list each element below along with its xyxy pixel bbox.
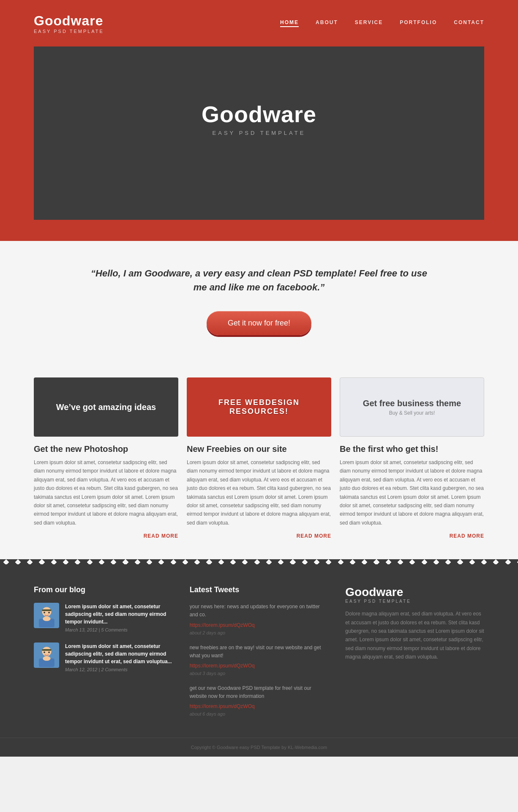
nav-service[interactable]: SERVICE xyxy=(355,19,383,27)
tweet-3: get our new Goodware PSD template for fr… xyxy=(190,684,329,716)
main-nav: HOME ABOUT SERVICE PORTFOLIO CONTACT xyxy=(280,19,484,27)
card-3-heading: Be the first who get this! xyxy=(340,444,484,454)
tweet-3-link[interactable]: https://lorem.ipsum/dQzWOq xyxy=(190,703,255,709)
nav-home[interactable]: HOME xyxy=(280,19,299,27)
card-2-body: Lorem ipsum dolor sit amet, consetetur s… xyxy=(187,458,331,527)
blog-avatar-1 xyxy=(34,603,59,628)
logo: Goodware EASY PSD TEMPLATE xyxy=(34,13,104,34)
hero-title: Goodware xyxy=(202,101,316,127)
tweet-1: your news here: news and updates for eve… xyxy=(190,603,329,635)
footer-tweets-col: Latest Tweets your news here: news and u… xyxy=(190,585,329,725)
card-3-image: Get free business theme Buy & Sell your … xyxy=(340,377,484,437)
card-3-image-title: Get free business theme xyxy=(363,399,461,408)
copyright-text: Copyright © Goodware easy PSD Template b… xyxy=(191,745,327,750)
blog-text-2: Lorem ipsum dolor sit amet, consetetur s… xyxy=(65,642,173,672)
card-1-image-title: We’ve got amazing ideas xyxy=(48,393,164,421)
copyright: Copyright © Goodware easy PSD Template b… xyxy=(0,738,518,757)
cards-section: We’ve got amazing ideas Get the new Phot… xyxy=(0,377,518,564)
hero-extension xyxy=(34,190,484,220)
footer-logo-name: Goodware xyxy=(345,585,484,599)
tweet-3-time: about 6 days ago xyxy=(190,711,329,716)
logo-name: Goodware xyxy=(34,13,104,29)
card-2-read-more[interactable]: READ MORE xyxy=(187,533,331,539)
footer-tweets-title: Latest Tweets xyxy=(190,585,329,594)
card-2-heading: New Freebies on our site xyxy=(187,444,331,454)
blog-item-2: Lorem ipsum dolor sit amet, consetetur s… xyxy=(34,642,173,672)
card-3-image-sub: Buy & Sell your arts! xyxy=(389,410,435,416)
blog-text-1: Lorem ipsum dolor sit amet, consetetur s… xyxy=(65,603,173,632)
footer-blog-title: From our blog xyxy=(34,585,173,594)
tweet-1-text: your news here: news and updates for eve… xyxy=(190,603,329,619)
svg-point-6 xyxy=(48,612,50,613)
svg-point-5 xyxy=(44,612,45,613)
hero-area: Goodware EASY PSD TEMPLATE xyxy=(0,46,518,241)
svg-point-13 xyxy=(48,651,50,653)
card-2-image-title: FREE WEBDESIGN RESOURCES! xyxy=(187,390,331,424)
nav-portfolio[interactable]: PORTFOLIO xyxy=(400,19,437,27)
card-2: FREE WEBDESIGN RESOURCES! New Freebies o… xyxy=(187,377,331,539)
main-content: “Hello, I am Goodware, a very easy and c… xyxy=(0,241,518,377)
tweet-1-link[interactable]: https://lorem.ipsum/dQzWOq xyxy=(190,622,255,628)
tweet-3-text: get our new Goodware PSD template for fr… xyxy=(190,684,329,700)
tagline: “Hello, I am Goodware, a very easy and c… xyxy=(90,266,428,294)
cards-grid: We’ve got amazing ideas Get the new Phot… xyxy=(34,377,484,539)
footer: From our blog Lorem ipsum dol xyxy=(0,564,518,738)
blog-item-1: Lorem ipsum dolor sit amet, consetetur s… xyxy=(34,603,173,632)
svg-point-8 xyxy=(42,647,51,656)
card-1-image: We’ve got amazing ideas xyxy=(34,377,178,437)
hero-subtitle: EASY PSD TEMPLATE xyxy=(213,130,306,136)
hero-red-footer xyxy=(0,220,518,241)
tweet-2-text: new freebies are on the way! visit our n… xyxy=(190,644,329,660)
card-1: We’ve got amazing ideas Get the new Phot… xyxy=(34,377,178,539)
card-1-read-more[interactable]: READ MORE xyxy=(34,533,178,539)
blog-avatar-2 xyxy=(34,642,59,668)
tweet-2-link[interactable]: https://lorem.ipsum/dQzWOq xyxy=(190,663,255,669)
tweet-2: new freebies are on the way! visit our n… xyxy=(190,644,329,676)
svg-rect-11 xyxy=(42,649,51,651)
footer-logo-sub: EASY PSD TEMPLATE xyxy=(345,599,484,604)
blog-post-1-title: Lorem ipsum dolor sit amet, consetetur s… xyxy=(65,603,173,626)
tweet-2-time: about 3 days ago xyxy=(190,671,329,676)
nav-about[interactable]: ABOUT xyxy=(316,19,338,27)
svg-point-3 xyxy=(43,616,50,621)
svg-point-10 xyxy=(43,656,50,661)
svg-point-1 xyxy=(42,607,51,616)
tweet-1-time: about 2 days ago xyxy=(190,630,329,635)
card-1-body: Lorem ipsum dolor sit amet, consetetur s… xyxy=(34,458,178,527)
card-1-heading: Get the new Photoshop xyxy=(34,444,178,454)
blog-post-2-meta: March 12, 2012 | 2 Comments xyxy=(65,667,173,672)
blog-post-1-meta: March 13, 2012 | 5 Comments xyxy=(65,627,173,632)
card-2-image: FREE WEBDESIGN RESOURCES! xyxy=(187,377,331,437)
logo-sub: EASY PSD TEMPLATE xyxy=(34,29,104,34)
blog-post-2-title: Lorem ipsum dolor sit amet, consetetur s… xyxy=(65,642,173,665)
footer-logo-desc: Dolore magna aliquyam erat, sed diam vol… xyxy=(345,610,484,661)
card-3-read-more[interactable]: READ MORE xyxy=(340,533,484,539)
header: Goodware EASY PSD TEMPLATE HOME ABOUT SE… xyxy=(0,0,518,46)
footer-logo-col: Goodware EASY PSD TEMPLATE Dolore magna … xyxy=(345,585,484,725)
svg-point-12 xyxy=(44,651,45,653)
cta-button[interactable]: Get it now for free! xyxy=(207,311,311,335)
nav-contact[interactable]: CONTACT xyxy=(454,19,484,27)
svg-rect-4 xyxy=(42,609,51,611)
footer-grid: From our blog Lorem ipsum dol xyxy=(34,585,484,725)
hero-panel: Goodware EASY PSD TEMPLATE xyxy=(34,46,484,190)
card-3: Get free business theme Buy & Sell your … xyxy=(340,377,484,539)
card-3-body: Lorem ipsum dolor sit amet, consetetur s… xyxy=(340,458,484,527)
footer-blog-col: From our blog Lorem ipsum dol xyxy=(34,585,173,725)
